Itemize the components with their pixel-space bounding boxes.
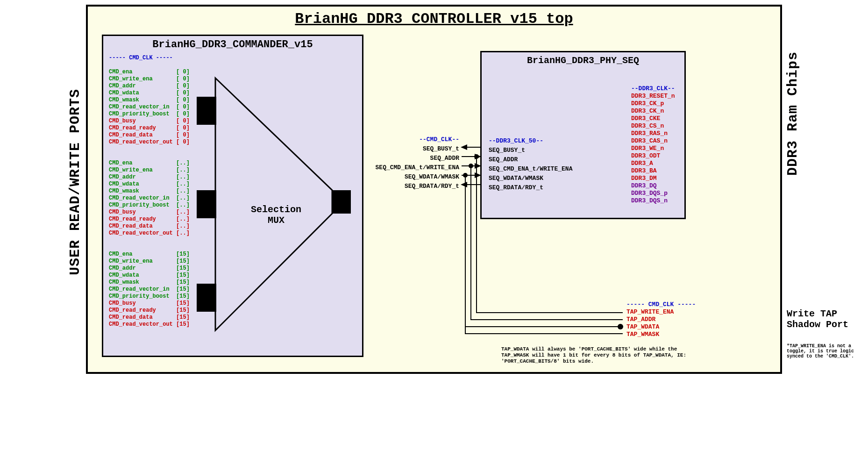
svg-point-9 [618,324,623,329]
ddr-sig: DDR3_WE_n [631,145,675,152]
phy-clk: --DDR3_CLK_50-- [489,136,572,146]
ddr-sig: DDR3_DQ [631,182,675,190]
ddr-sig: DDR3_BA [631,167,675,175]
svg-point-6 [474,154,479,159]
phy-seq-addr: SEQ_ADDR [489,155,572,164]
phy-seq-wdata: SEQ_WDATA/WMASK [489,174,572,183]
svg-point-7 [469,164,473,168]
ddr-clk: --DDR3_CLK-- [631,85,675,93]
user-ports-label: USER READ/WRITE PORTS [67,89,83,275]
svg-point-8 [463,173,468,178]
phy-seq-cmdena: SEQ_CMD_ENA_t/WRITE_ENA [489,164,572,174]
tap-footnote: *TAP_WRITE_ENA is not a toggle, it is tr… [787,343,866,359]
ddr-sig: DDR3_A [631,160,675,167]
ddr-sig: DDR3_DQS_p [631,190,675,197]
tap-clk: ----- CMD_CLK ----- [626,301,696,308]
ddr-sig: DDR3_DM [631,175,675,182]
ddr-sig: DDR3_DQS_n [631,197,675,205]
tap-signals: ----- CMD_CLK ----- TAP_WRITE_ENA TAP_AD… [626,301,696,338]
phy-left-signals: --DDR3_CLK_50-- SEQ_BUSY_t SEQ_ADDR SEQ_… [489,136,572,193]
phy-block: BrianHG_DDR3_PHY_SEQ --DDR3_CLK_50-- SEQ… [480,51,686,219]
ddr-sig: DDR3_CK_p [631,100,675,107]
ddr-chips-label: DDR3 Ram Chips [785,51,801,176]
ddr-sig: DDR3_ODT [631,152,675,160]
phy-seq-busy: SEQ_BUSY_t [489,146,572,155]
tap-label: Write TAPShadow Port [787,308,861,330]
ddr-sig: DDR3_CAS_n [631,137,675,145]
phy-seq-rdata: SEQ_RDATA/RDY_t [489,183,572,193]
tap-write-ena: TAP_WRITE_ENA [626,308,696,316]
ddr-sig: DDR3_CKE [631,115,675,122]
ddr-signals: --DDR3_CLK-- DDR3_RESET_nDDR3_CK_pDDR3_C… [631,85,675,205]
phy-title: BrianHG_DDR3_PHY_SEQ [482,52,684,69]
tap-note: TAP_WDATA will always be 'PORT_CACHE_BIT… [501,346,688,365]
ddr-sig: DDR3_CS_n [631,122,675,130]
main-frame: BrianHG DDR3 CONTROLLER v15 top BrianHG_… [86,5,782,374]
tap-addr: TAP_ADDR [626,316,696,323]
ddr-sig: DDR3_RESET_n [631,93,675,100]
tap-wdata: TAP_WDATA [626,323,696,331]
tap-wmask: TAP_WMASK [626,331,696,338]
ddr-sig: DDR3_CK_n [631,107,675,115]
ddr-sig: DDR3_RAS_n [631,130,675,137]
